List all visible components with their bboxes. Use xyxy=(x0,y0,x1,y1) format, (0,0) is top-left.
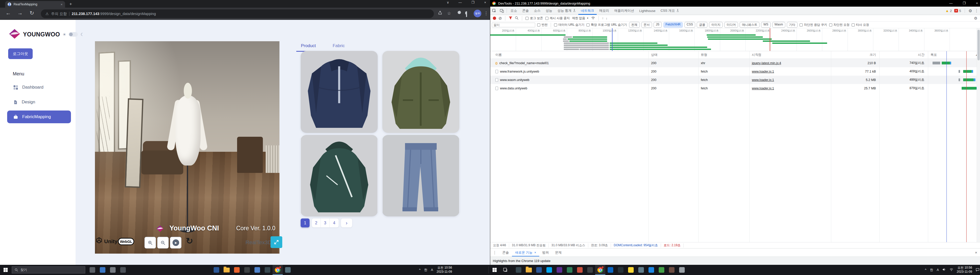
column-header-initiator[interactable]: 시작점 xyxy=(749,51,831,58)
network-conditions-icon[interactable] xyxy=(591,16,595,21)
devtools-menu-dots-icon[interactable]: ⋮ xyxy=(975,8,978,13)
filter-chip-JS[interactable]: JS xyxy=(654,22,662,28)
pinned-app-left-1[interactable] xyxy=(211,265,221,275)
taskbar-icon-2[interactable] xyxy=(97,265,108,275)
pinned-app-right-13[interactable] xyxy=(636,265,646,275)
network-overview-timeline[interactable]: 200밀리초400밀리초600밀리초800밀리초1000밀리초1200밀리초14… xyxy=(490,28,980,51)
browser-tab[interactable]: RealTexMapping × xyxy=(5,1,65,8)
next-page-button[interactable]: › xyxy=(341,218,352,228)
ime-alpha-indicator-right[interactable]: A xyxy=(937,268,939,272)
request-name-cell[interactable]: www.data.unityweb xyxy=(490,84,649,92)
pinned-app-left-4[interactable] xyxy=(242,265,252,275)
side-panel-icon[interactable] xyxy=(466,12,467,17)
initiator-link[interactable]: www.loader.js:1 xyxy=(752,70,774,73)
security-warning-icon[interactable]: ⚠ xyxy=(45,12,49,16)
start-button-left[interactable] xyxy=(3,267,9,273)
column-header-type[interactable]: 유형 xyxy=(698,51,749,58)
address-bar[interactable]: ⚠ 주의 요함 211.238.177.143:9999/design_data… xyxy=(41,9,434,18)
window-minimize-button[interactable]: — xyxy=(456,0,465,4)
devtools-tab-성능 통계[interactable]: 성능 통계 xyxy=(555,6,578,15)
pinned-app-right-2[interactable] xyxy=(524,265,534,275)
product-thumbnail-4[interactable] xyxy=(382,135,460,217)
pinned-app-right-15[interactable] xyxy=(656,265,667,275)
task-view-icon[interactable] xyxy=(502,267,508,273)
pinned-app-right-16[interactable] xyxy=(667,265,677,275)
drawer-tab-범위[interactable]: 범위 xyxy=(539,248,552,256)
profile-avatar[interactable]: 영우 xyxy=(474,9,481,17)
pinned-app-right-3[interactable] xyxy=(534,265,544,275)
tab-fabric[interactable]: Fabric xyxy=(328,42,349,52)
pinned-app-right-1[interactable] xyxy=(514,265,524,275)
network-request-row[interactable]: {}check_file/?model_name=model01200xhrjq… xyxy=(490,59,980,67)
pinned-app-right-11[interactable] xyxy=(616,265,626,275)
window-restore-button[interactable]: ❐ xyxy=(469,0,477,4)
pinned-app-right-4[interactable] xyxy=(544,265,554,275)
hide-data-urls-checkbox[interactable]: 데이터 URL 숨기기 xyxy=(554,23,584,27)
page-button-2[interactable]: 2 xyxy=(312,218,321,228)
show-desktop-divider[interactable] xyxy=(488,266,489,273)
extensions-puzzle-icon[interactable] xyxy=(457,11,462,16)
network-request-row[interactable]: www.wasm.unityweb200fetchwww.loader.js:1… xyxy=(490,76,980,84)
pinned-app-right-12[interactable] xyxy=(626,265,636,275)
taskbar-clock-right[interactable]: 오전 10:562023-11-09 xyxy=(957,266,972,274)
pinned-app-right-7[interactable] xyxy=(575,265,585,275)
bookmark-star-icon[interactable]: ☆ xyxy=(447,11,451,16)
tray-chevron-icon[interactable]: ^ xyxy=(419,268,421,272)
pinned-app-left-7[interactable] xyxy=(272,265,283,275)
scrollbar-thumb[interactable] xyxy=(977,30,980,60)
drawer-tab-새로운 기능[interactable]: 새로운 기능× xyxy=(512,248,539,256)
network-search-icon[interactable] xyxy=(515,16,519,21)
sidebar-item-design[interactable]: Design xyxy=(7,96,71,109)
pinned-app-right-9[interactable] xyxy=(595,265,605,275)
pinned-app-right-6[interactable] xyxy=(565,265,575,275)
filter-chip-미디어[interactable]: 미디어 xyxy=(724,22,738,28)
devtools-tab-Lighthouse[interactable]: Lighthouse xyxy=(637,6,658,15)
device-toolbar-icon[interactable] xyxy=(498,6,506,15)
filter-chip-매니페스트[interactable]: 매니페스트 xyxy=(740,22,759,28)
column-header-time[interactable]: 시간 xyxy=(880,51,928,58)
request-name-cell[interactable]: www.wasm.unityweb xyxy=(490,76,649,84)
tab-close-icon[interactable]: × xyxy=(60,3,62,6)
blocked-requests-checkbox[interactable]: 차단된 요청 xyxy=(829,23,850,27)
devtools-minimize-button[interactable]: — xyxy=(947,1,955,5)
volume-icon[interactable] xyxy=(942,268,946,272)
ime-alpha-indicator[interactable]: A xyxy=(431,268,433,272)
filter-chip-글꼴[interactable]: 글꼴 xyxy=(697,22,708,28)
clear-network-log-icon[interactable]: ⊘ xyxy=(498,16,502,21)
devtools-settings-gear-icon[interactable]: ⚙ xyxy=(969,8,972,13)
pinned-app-right-10[interactable] xyxy=(605,265,616,275)
pinned-app-left-6[interactable] xyxy=(262,265,272,275)
product-thumbnail-3[interactable] xyxy=(301,135,378,217)
devtools-tab-애플리케이션[interactable]: 애플리케이션 xyxy=(612,6,637,15)
filter-chip-이미지[interactable]: 이미지 xyxy=(709,22,723,28)
column-header-size[interactable]: 크기 xyxy=(831,51,880,58)
drawer-tab-close-icon[interactable]: × xyxy=(535,251,536,254)
warnings-counter[interactable]: ▲2 xyxy=(945,9,952,13)
product-thumbnail-2[interactable] xyxy=(382,51,460,133)
devtools-tab-네트워크[interactable]: 네트워크 xyxy=(578,6,597,15)
initiator-link[interactable]: www.loader.js:1 xyxy=(752,87,774,90)
filter-funnel-icon[interactable] xyxy=(509,16,512,21)
filter-chip-CSS[interactable]: CSS xyxy=(684,22,695,28)
page-button-4[interactable]: 4 xyxy=(330,218,339,228)
drawer-more-dots-icon[interactable]: ⋮ xyxy=(490,250,499,255)
play-button[interactable]: ▶ xyxy=(170,237,181,248)
request-name-cell[interactable]: {}check_file/?model_name=model01 xyxy=(490,59,649,67)
start-button-right[interactable] xyxy=(492,267,498,273)
filter-chip-기타[interactable]: 기타 xyxy=(787,22,797,28)
import-har-icon[interactable]: ↑ xyxy=(602,17,604,20)
pinned-app-left-8[interactable] xyxy=(283,265,293,275)
product-thumbnail-1[interactable] xyxy=(301,51,378,133)
export-har-icon[interactable]: ↓ xyxy=(606,17,608,20)
pinned-app-left-3[interactable] xyxy=(232,265,242,275)
new-tab-button[interactable]: + xyxy=(69,2,72,6)
pinned-app-right-17[interactable] xyxy=(677,265,687,275)
filter-chip-문서[interactable]: 문서 xyxy=(641,22,652,28)
hide-extension-urls-checkbox[interactable]: 확장 프로그램 URL 숨기기 xyxy=(587,23,627,27)
taskbar-clock-left[interactable]: 오전 10:562023-11-09 xyxy=(437,266,452,274)
page-button-3[interactable]: 3 xyxy=(321,218,330,228)
filter-chip-Fetch/XHR[interactable]: Fetch/XHR xyxy=(663,22,683,28)
logout-button[interactable]: 로그아웃 xyxy=(8,48,33,59)
preserve-log-checkbox[interactable]: 로그 보존 xyxy=(525,16,543,21)
inspect-element-icon[interactable] xyxy=(490,6,498,15)
